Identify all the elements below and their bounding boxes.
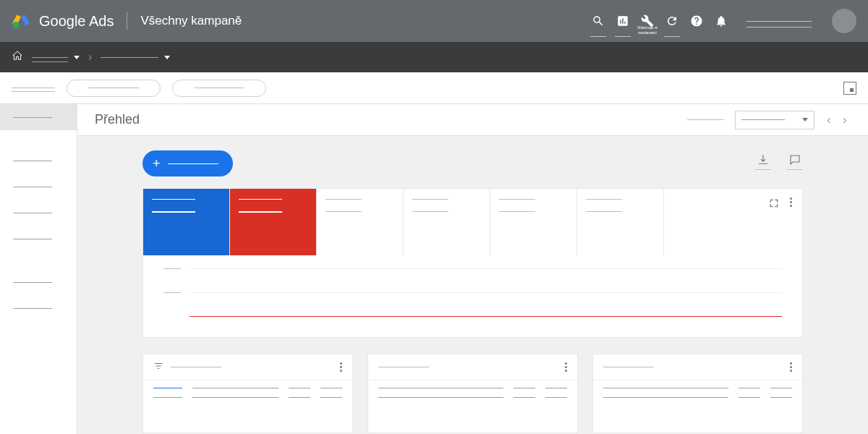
table-row[interactable] [378, 388, 567, 388]
sort-icon[interactable] [153, 361, 163, 374]
content-title: Přehled [95, 112, 140, 127]
notifications-icon[interactable] [709, 5, 733, 37]
tools-settings-icon[interactable]: Nástroje a nastavení [635, 5, 660, 37]
metric-tile-3[interactable] [317, 189, 404, 255]
table-row[interactable] [603, 388, 792, 388]
widget-card-1 [142, 354, 353, 433]
action-row: + [142, 150, 803, 176]
filter-pill-2[interactable] [172, 80, 266, 97]
product-logo[interactable]: Google Ads [12, 12, 114, 30]
home-icon[interactable] [12, 50, 23, 64]
google-ads-logo-icon [12, 12, 30, 30]
metric-tile-5[interactable] [490, 189, 577, 255]
user-avatar[interactable] [832, 9, 856, 33]
metric-tile-4[interactable] [404, 189, 490, 255]
sidebar-item-4[interactable] [0, 226, 77, 252]
performance-chart-card [142, 188, 803, 338]
chevron-right-icon: › [88, 51, 92, 64]
filter-label [12, 88, 55, 88]
table-row[interactable] [378, 397, 567, 398]
card-menu-icon[interactable] [790, 362, 792, 372]
product-name: Google Ads [39, 13, 114, 30]
save-view-icon[interactable] [843, 82, 856, 95]
sidebar-item-5[interactable] [0, 269, 77, 295]
header-divider [127, 12, 127, 30]
svg-point-0 [13, 22, 20, 28]
next-period-button[interactable]: › [839, 114, 851, 127]
sidebar-item-2[interactable] [0, 174, 77, 200]
sidebar-item-6[interactable] [0, 295, 77, 321]
help-icon[interactable] [684, 5, 709, 37]
plus-icon: + [153, 156, 161, 171]
date-range-dropdown[interactable] [735, 111, 814, 129]
download-icon[interactable] [755, 153, 771, 174]
breadcrumb-bar: › [0, 42, 868, 72]
card-menu-icon[interactable] [565, 362, 567, 372]
metric-tile-2[interactable] [230, 189, 317, 255]
reports-icon[interactable] [610, 5, 635, 37]
chevron-down-icon [802, 118, 808, 122]
search-icon[interactable] [586, 5, 610, 37]
refresh-icon[interactable] [660, 5, 684, 37]
breadcrumb-level-1[interactable] [32, 56, 80, 59]
widget-card-3 [592, 354, 803, 433]
widget-card-2 [367, 354, 578, 433]
card-menu-icon[interactable] [790, 197, 792, 207]
metric-selector-row [143, 189, 802, 255]
chevron-down-icon [164, 56, 170, 59]
chart-series-red [190, 316, 782, 317]
metric-tile-1[interactable] [143, 189, 230, 255]
header-tools: Nástroje a nastavení [586, 5, 733, 37]
sidebar-item-overview[interactable] [0, 104, 77, 130]
chevron-down-icon [74, 56, 80, 59]
new-campaign-button[interactable]: + [142, 150, 233, 176]
breadcrumb-level-2[interactable] [101, 56, 170, 59]
feedback-icon[interactable] [787, 153, 803, 174]
table-row[interactable] [603, 397, 792, 398]
left-sidebar [0, 104, 77, 434]
account-info[interactable] [746, 21, 812, 22]
table-row[interactable] [153, 388, 342, 388]
main-content: Přehled ‹ › + [77, 104, 868, 434]
content-header: Přehled ‹ › [77, 104, 868, 136]
header-page-title: Všechny kampaně [140, 14, 242, 28]
date-range-label [687, 119, 723, 120]
sidebar-item-3[interactable] [0, 200, 77, 226]
widget-row [142, 354, 803, 433]
table-row[interactable] [153, 397, 342, 398]
sidebar-item-1[interactable] [0, 148, 77, 174]
expand-chart-icon[interactable] [768, 197, 780, 212]
filter-pill-1[interactable] [67, 80, 161, 97]
top-app-bar: Google Ads Všechny kampaně Nástroje a na… [0, 0, 868, 42]
tools-label: Nástroje a nastavení [635, 25, 660, 35]
prev-period-button[interactable]: ‹ [823, 114, 835, 127]
metric-tile-6[interactable] [577, 189, 664, 255]
chart-plot-area [143, 255, 802, 337]
filter-bar [0, 72, 868, 104]
card-menu-icon[interactable] [340, 362, 342, 372]
